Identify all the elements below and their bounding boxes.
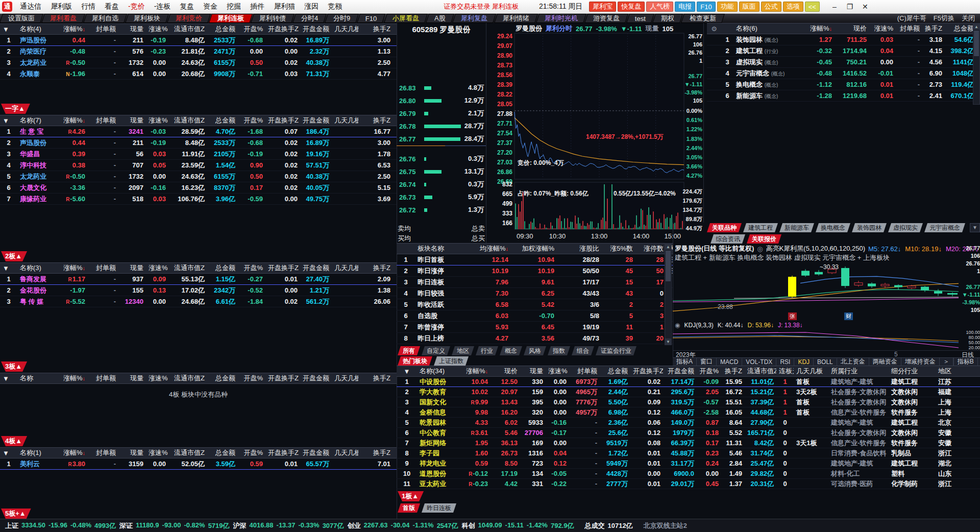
col-header[interactable]: 地区 <box>936 367 964 376</box>
chevron-down-icon[interactable]: ▼ <box>970 223 980 232</box>
col-header[interactable]: 总金额 <box>207 25 238 34</box>
sector-row-昨日上榜[interactable]: 8昨日上榜4.273.5649/733920 <box>397 333 673 344</box>
col-header[interactable]: 名称 <box>17 374 59 383</box>
col-header[interactable]: 现价 <box>491 367 520 376</box>
col-header[interactable]: 开盘换手Z <box>265 25 300 34</box>
stock-row-太龙药业[interactable]: 5太龙药业R-0.50-17320.0024.63亿6155万0.500.024… <box>0 171 397 182</box>
col-header[interactable]: 流通市值Z <box>168 116 207 125</box>
col-header[interactable]: 开盘金额 <box>300 374 332 383</box>
menu-复盘[interactable]: 复盘 <box>175 2 199 11</box>
tab-关联品种[interactable]: 关联品种 <box>707 223 742 232</box>
indicator-right-模 板[interactable]: 模 板 <box>977 357 980 366</box>
col-header[interactable]: 现价 <box>835 24 869 33</box>
stock-row-乾景园林[interactable]: 5乾景园林4.336.025933-0.16-2.36亿0.06149.0万0.… <box>397 418 980 428</box>
menu-犀利猫[interactable]: 犀利猫 <box>269 2 300 11</box>
section-label-3板▲[interactable]: 3板▲ <box>1 361 27 372</box>
menu--连板[interactable]: -连板 <box>150 2 176 11</box>
col-header[interactable]: 总金额 <box>207 116 238 125</box>
tab-F10[interactable]: F10 <box>357 14 386 23</box>
concept-scrollbar[interactable]: ▲ <box>973 23 980 105</box>
chart-view-label[interactable]: 犀利分时 <box>546 24 572 33</box>
related-tab-建筑工程[interactable]: 建筑工程 <box>743 223 778 232</box>
col-header[interactable]: 涨速% <box>869 24 896 33</box>
indicator-tab-指标A[interactable]: 指标A <box>673 357 697 366</box>
board-row-装饰园林[interactable]: 1装饰园林 (概念)1.27711.250.03-3.1854.6亿 <box>707 34 973 45</box>
tab-犀利自选[interactable]: 犀利自选 <box>83 14 127 23</box>
col-header[interactable]: 流通市值Z <box>168 448 207 457</box>
menu-资金[interactable]: 资金 <box>199 2 222 11</box>
section-label-一字▲[interactable]: 一字▲ <box>1 104 30 114</box>
collapse-icon[interactable]: ◎ <box>757 245 763 253</box>
info-tab-关联报价[interactable]: 关联报价 <box>747 234 781 244</box>
col-header[interactable]: 总金额 <box>945 24 976 33</box>
col-header[interactable]: 几天几板 <box>332 116 358 125</box>
col-header[interactable]: 涨幅%↓ <box>59 116 88 125</box>
stock-row-金桥信息[interactable]: 4金桥信息9.9816.203200.004957万6.98亿0.12466.0… <box>397 407 980 418</box>
tab-犀利情绪[interactable]: 犀利情绪 <box>494 14 538 23</box>
indicator-tab-VOL-TDX[interactable]: VOL-TDX <box>742 358 776 366</box>
tab-分时4[interactable]: 分时4 <box>292 14 327 23</box>
col-header[interactable]: 名称(7) <box>17 116 59 125</box>
stock-row-太龙药业[interactable]: 3太龙药业R-0.50-17320.0024.63亿6155万0.500.024… <box>0 57 397 68</box>
stock-row-粤传媒[interactable]: 3粤 传 媒R-5.52-123400.0024.68亿6.61亿-1.840.… <box>0 296 397 307</box>
col-header[interactable]: ▼ <box>0 449 17 457</box>
related-tab-新能源车[interactable]: 新能源车 <box>779 223 814 232</box>
menu-行情[interactable]: 行情 <box>77 2 100 11</box>
index-创业[interactable]: 创业2267.63-30.04-1.31%2547亿 <box>348 521 458 530</box>
board-row-新能源车[interactable]: 6新能源车 (概念)-1.281219.680.01-2.41670.1亿 <box>707 90 973 102</box>
col-header[interactable]: 涨速% <box>146 25 168 34</box>
col-header[interactable]: 几天几板 <box>332 374 358 383</box>
stock-row-亚太药业[interactable]: 11亚太药业R-0.234.42331-0.22-2777万0.0129.01万… <box>397 479 980 489</box>
col-header[interactable]: 流通市值Z <box>168 374 207 383</box>
stock-row-中公教育[interactable]: 6中公教育R3.615.4627706-0.17-25.6亿0.121979万0… <box>397 428 980 438</box>
col-header[interactable]: 涨幅%↓ <box>59 374 88 383</box>
quick-button-公式[interactable]: 公式 <box>761 2 781 12</box>
filter-tab-指数[interactable]: 指数 <box>548 346 570 355</box>
indicator-tab-KDJ[interactable]: KDJ <box>794 358 814 366</box>
col-header[interactable]: 涨股比 <box>557 244 602 253</box>
col-header[interactable]: 换手Z <box>922 24 945 33</box>
col-header[interactable]: 总金额 <box>207 374 238 383</box>
menu-插件[interactable]: 插件 <box>246 2 269 11</box>
col-header[interactable]: 开盘金额 <box>663 367 697 376</box>
menu-涨因[interactable]: 涨因 <box>300 2 323 11</box>
col-header[interactable]: 几天几板 <box>332 263 358 273</box>
col-header[interactable]: ▼ <box>0 375 17 382</box>
stock-row-大晟文化[interactable]: 6大晟文化-3.36-2097-0.1616.23亿8370万0.170.024… <box>0 182 397 194</box>
tab-期权[interactable]: 期权 <box>652 14 683 23</box>
stock-row-康缘药业[interactable]: 7康缘药业R-5.60-5180.03106.76亿3.96亿-0.590.00… <box>0 194 397 205</box>
col-header[interactable]: 换手Z <box>358 448 393 457</box>
indicator-tab-BOLL[interactable]: BOLL <box>814 358 837 366</box>
col-header[interactable]: 现量 <box>118 263 146 273</box>
col-header[interactable]: 涨5%数 <box>602 244 635 253</box>
stock-row-国新文化[interactable]: 3国新文化R9.9913.433950.007776万5.50亿0.09319.… <box>397 397 980 407</box>
col-header[interactable]: 换手Z <box>358 263 393 273</box>
quick-button-犀利宝[interactable]: 犀利宝 <box>589 2 616 12</box>
index-上证[interactable]: 上证3334.50-15.96-0.48%4993亿 <box>5 521 116 530</box>
col-header[interactable]: 现量 <box>520 367 546 376</box>
tab-犀利转债[interactable]: 犀利转债 <box>251 14 295 23</box>
col-header[interactable]: 换手Z <box>358 116 393 125</box>
tab-A股[interactable]: A股 <box>426 14 454 23</box>
col-header[interactable]: 封单额 <box>88 116 118 125</box>
stock-row-鲁商发展[interactable]: 1鲁商发展R1.17-9370.0955.13亿1.15亿-0.270.0127… <box>0 274 397 285</box>
section-label-4板▲[interactable]: 4板▲ <box>1 436 27 446</box>
quick-button-功能[interactable]: 功能 <box>717 2 738 12</box>
board-row-建筑工程[interactable]: 2建筑工程 (行业)-0.321714.940.04-4.15398.2亿 <box>707 45 973 57</box>
tab-犀利看盘[interactable]: 犀利看盘 <box>41 14 85 23</box>
quick-button-F10[interactable]: F10 <box>697 2 715 12</box>
tabbar-right-F5切换[interactable]: F5切换 <box>934 14 954 23</box>
col-header[interactable]: 封单额 <box>88 263 118 273</box>
col-header[interactable]: 涨速% <box>146 116 168 125</box>
stock-row-道恩股份[interactable]: 10道恩股份R-0.1217.19134-0.05-4428万0.006900.… <box>397 469 980 479</box>
stock-row-金花股份[interactable]: 2金花股份-1.97-1550.1317.02亿2342万-0.520.001.… <box>0 285 397 296</box>
col-header[interactable]: 板块名称 <box>415 244 468 253</box>
filter-tab-所有[interactable]: 所有 <box>398 346 420 355</box>
col-header[interactable]: 名称(3) <box>17 263 59 273</box>
tab-犀利复盘[interactable]: 犀利复盘 <box>452 14 496 23</box>
col-header[interactable]: 名称(4) <box>17 25 59 34</box>
minimize-icon[interactable]: – <box>828 2 841 12</box>
col-header[interactable]: 开盘换手Z <box>630 367 663 376</box>
col-header[interactable]: 总金额 <box>207 448 238 457</box>
index-沪深[interactable]: 沪深4016.88-13.37-0.33%3077亿 <box>233 521 344 530</box>
